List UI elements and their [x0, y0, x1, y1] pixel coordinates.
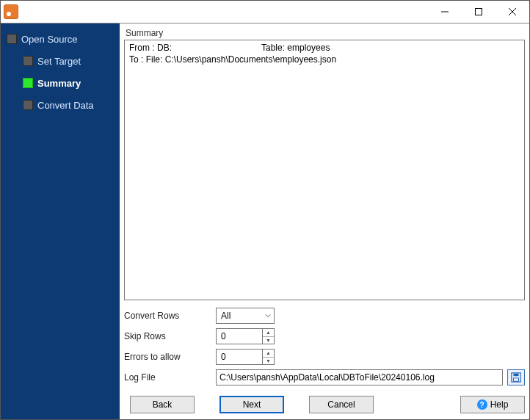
next-button[interactable]: Next — [219, 396, 284, 413]
skip-rows-input[interactable]: 0 ▲ ▼ — [216, 328, 275, 344]
svg-rect-3 — [514, 378, 519, 381]
errors-allow-input[interactable]: 0 ▲ ▼ — [216, 349, 275, 365]
help-button[interactable]: ? Help — [460, 396, 525, 413]
convert-rows-label: Convert Rows — [124, 311, 216, 321]
log-file-input[interactable]: C:\Users\pansh\AppData\Local\DBToFile\20… — [216, 369, 503, 385]
convert-rows-combo[interactable]: All — [216, 308, 275, 324]
wizard-button-row: Back Next Cancel ? Help — [124, 396, 525, 413]
minimize-icon — [441, 8, 449, 15]
step-marker-icon — [7, 34, 17, 44]
summary-from-table: Table: employees — [261, 42, 330, 54]
close-button[interactable] — [495, 1, 529, 23]
wizard-sidebar: Open Source Set Target Summary Convert D… — [1, 23, 120, 419]
summary-text-box: From : DB: Table: employees To : File: C… — [124, 40, 525, 300]
step-summary[interactable]: Summary — [1, 72, 120, 94]
step-convert-data[interactable]: Convert Data — [1, 94, 120, 116]
help-button-label: Help — [490, 399, 509, 410]
log-file-value: C:\Users\pansh\AppData\Local\DBToFile\20… — [219, 372, 435, 383]
close-icon — [509, 8, 516, 15]
app-window: Open Source Set Target Summary Convert D… — [0, 0, 530, 420]
svg-rect-2 — [514, 374, 519, 377]
errors-allow-value: 0 — [221, 352, 226, 362]
spinner-icon[interactable]: ▲ ▼ — [262, 329, 274, 344]
back-button[interactable]: Back — [130, 396, 195, 413]
maximize-icon — [475, 8, 482, 15]
svg-rect-0 — [476, 9, 482, 15]
summary-title: Summary — [124, 28, 525, 38]
minimize-button[interactable] — [428, 1, 462, 23]
cancel-button-label: Cancel — [327, 399, 355, 410]
spin-down-icon[interactable]: ▼ — [263, 358, 274, 365]
step-marker-icon — [23, 56, 33, 66]
main-panel: Summary From : DB: Table: employees To :… — [120, 23, 529, 419]
step-marker-icon — [23, 78, 33, 88]
log-file-browse-button[interactable] — [507, 369, 525, 385]
summary-from-line: From : DB: Table: employees — [129, 42, 520, 54]
titlebar — [1, 1, 529, 23]
app-icon — [4, 4, 18, 19]
spin-up-icon[interactable]: ▲ — [263, 350, 274, 358]
step-label: Open Source — [21, 34, 78, 45]
step-marker-icon — [23, 100, 33, 110]
summary-from-db: From : DB: — [129, 42, 261, 54]
save-disk-icon — [511, 372, 521, 383]
maximize-button[interactable] — [462, 1, 495, 23]
spin-down-icon[interactable]: ▼ — [263, 337, 274, 344]
spin-up-icon[interactable]: ▲ — [263, 329, 274, 337]
step-label: Summary — [37, 78, 81, 89]
skip-rows-value: 0 — [221, 331, 226, 341]
back-button-label: Back — [153, 399, 173, 410]
help-icon: ? — [477, 399, 487, 410]
log-file-label: Log File — [124, 372, 216, 383]
errors-allow-label: Errors to allow — [124, 352, 216, 362]
step-open-source[interactable]: Open Source — [1, 28, 120, 50]
skip-rows-label: Skip Rows — [124, 331, 216, 341]
body: Open Source Set Target Summary Convert D… — [1, 23, 529, 419]
convert-rows-value: All — [221, 311, 230, 321]
options-form: Convert Rows All Skip Rows 0 ▲ — [124, 308, 525, 385]
step-set-target[interactable]: Set Target — [1, 50, 120, 72]
chevron-down-icon — [265, 311, 271, 321]
next-button-label: Next — [243, 399, 261, 410]
cancel-button[interactable]: Cancel — [309, 396, 374, 413]
summary-to-line: To : File: C:\Users\pansh\Documents\empl… — [129, 54, 520, 65]
spinner-icon[interactable]: ▲ ▼ — [262, 350, 274, 364]
step-label: Convert Data — [37, 100, 94, 111]
step-label: Set Target — [37, 56, 81, 67]
window-controls — [428, 1, 529, 23]
